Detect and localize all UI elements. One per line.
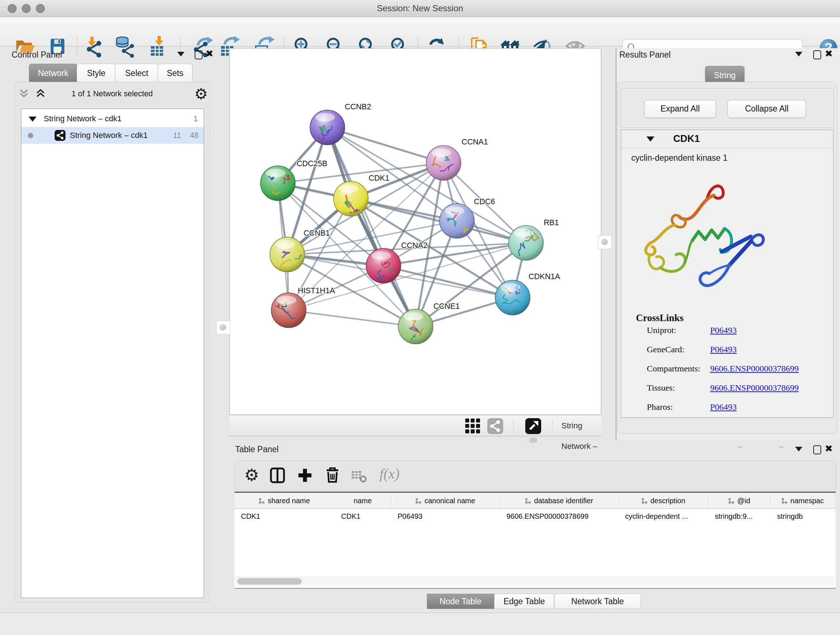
edge-HIST1H1A-CCNE1[interactable]: [289, 310, 416, 326]
control-panel-close-icon[interactable]: ✖: [205, 50, 213, 57]
gene-symbol: CDK1: [673, 133, 700, 144]
tab-network-table[interactable]: Network Table: [554, 594, 641, 609]
results-panel-float-icon[interactable]: [813, 50, 821, 59]
cell[interactable]: stringdb: [771, 509, 835, 524]
node-label-HIST1H1A: HIST1H1A: [298, 287, 335, 295]
delete-table-icon[interactable]: [351, 470, 367, 483]
window-title: Session: New Session: [0, 0, 840, 17]
column-header-canonical-name[interactable]: canonical name: [391, 493, 500, 509]
column-attribute-icon: [259, 498, 265, 504]
node-table: shared namenamecanonical namedatabase id…: [234, 492, 836, 589]
tab-node-table[interactable]: Node Table: [427, 594, 494, 609]
crosslink-link[interactable]: 9606.ENSP00000378699: [710, 383, 799, 393]
node-CDC6[interactable]: [439, 203, 474, 238]
table-options-gear-icon[interactable]: ⚙: [244, 465, 259, 485]
node-CDK1[interactable]: [333, 181, 368, 216]
birds-eye-view-icon[interactable]: [525, 418, 541, 434]
table-panel-menu-icon[interactable]: [795, 447, 802, 451]
delete-column-trash-icon[interactable]: [325, 467, 340, 483]
node-label-CDK1: CDK1: [369, 174, 389, 182]
bottom-splitter-handle[interactable]: [529, 438, 537, 443]
results-panel-close-icon[interactable]: ✖: [825, 50, 833, 57]
control-panel-float-icon[interactable]: [195, 50, 202, 59]
node-CCNA2[interactable]: [366, 249, 406, 283]
right-splitter-handle[interactable]: [598, 235, 612, 249]
grid-view-icon[interactable]: [465, 418, 481, 434]
import-network-database-icon: [114, 36, 135, 57]
network-collection-row[interactable]: String Network – cdk1 1: [21, 111, 204, 127]
column-header-database-identifier[interactable]: database identifier: [500, 493, 619, 509]
gene-expander-icon[interactable]: [646, 136, 654, 141]
create-column-plus-icon[interactable]: [297, 467, 313, 483]
table-panel-float-icon[interactable]: [813, 445, 821, 454]
edge-CCNB2-CCNE1[interactable]: [327, 127, 416, 326]
node-CCNE1[interactable]: [398, 309, 433, 349]
expand-all-button[interactable]: Expand All: [644, 100, 716, 118]
column-header-description[interactable]: description: [619, 493, 708, 509]
cell[interactable]: 9606.ENSP00000378699: [500, 509, 619, 524]
tab-sets[interactable]: Sets: [158, 64, 193, 83]
protein-structure-image: [638, 177, 772, 306]
crosslink-row: Tissues:9606.ENSP00000378699: [647, 383, 821, 393]
network-canvas[interactable]: CCNB2CCNA1CDC25BCDK1CDC6RB1CCNB1CCNA2CDK…: [229, 48, 601, 415]
crosslinks-title: CrossLinks: [636, 312, 684, 324]
crosslink-link[interactable]: 9606.ENSP00000378699: [710, 364, 799, 374]
cell[interactable]: stringdb:9...: [708, 509, 771, 524]
node-RB1[interactable]: [508, 226, 543, 260]
left-splitter-handle[interactable]: [216, 321, 230, 334]
table-panel-close-icon[interactable]: ✖: [825, 445, 833, 452]
column-attribute-icon: [728, 498, 734, 504]
network-node-count: 11: [173, 127, 181, 144]
column-header--id[interactable]: @id: [708, 493, 771, 509]
tab-select[interactable]: Select: [115, 64, 158, 83]
cell[interactable]: cyclin-dependent ...: [619, 509, 708, 524]
tab-network[interactable]: Network: [29, 64, 77, 83]
edge-CCNB2-CCNA1[interactable]: [327, 127, 444, 163]
column-attribute-icon: [525, 498, 531, 504]
node-CCNB1[interactable]: [270, 237, 306, 278]
tab-edge-table[interactable]: Edge Table: [494, 594, 554, 609]
status-bar: Memory: [0, 613, 840, 635]
collection-expander-icon[interactable]: [28, 117, 36, 122]
node-label-CCNA1: CCNA1: [462, 138, 488, 146]
cell[interactable]: CDK1: [335, 509, 391, 524]
gene-description: cyclin-dependent kinase 1: [631, 153, 728, 163]
network-view-share-icon[interactable]: [487, 418, 503, 434]
import-network-file-button[interactable]: [83, 36, 104, 57]
tab-style[interactable]: Style: [77, 64, 116, 83]
cell[interactable]: P06493: [391, 509, 500, 524]
crosslink-label: Tissues:: [647, 383, 675, 393]
crosslink-link[interactable]: P06493: [710, 325, 737, 335]
node-label-CDC25B: CDC25B: [297, 159, 327, 168]
column-header-shared-name[interactable]: shared name: [234, 493, 335, 509]
title-bar: Session: New Session: [0, 0, 840, 17]
control-panel-menu-icon[interactable]: [177, 52, 185, 57]
network-row-selected[interactable]: String Network – cdk1 11 48: [21, 127, 204, 144]
import-table-file-button[interactable]: [147, 36, 169, 57]
column-header-name[interactable]: name: [335, 493, 391, 509]
table-panel-title: Table Panel: [235, 445, 279, 454]
scrollbar-thumb[interactable]: [237, 578, 302, 585]
node-HIST1H1A[interactable]: [271, 293, 306, 328]
crosslink-link[interactable]: P06493: [710, 402, 737, 412]
table-row[interactable]: CDK1CDK1P064939606.ENSP00000378699cyclin…: [234, 509, 836, 524]
network-options-gear-icon[interactable]: ⚙: [194, 85, 208, 103]
table-header-row[interactable]: shared namenamecanonical namedatabase id…: [234, 493, 836, 509]
network-graph[interactable]: CCNB2CCNA1CDC25BCDK1CDC6RB1CCNB1CCNA2CDK…: [230, 49, 601, 415]
import-network-database-button[interactable]: [114, 36, 135, 57]
crosslink-link[interactable]: P06493: [710, 345, 737, 355]
collapse-all-button[interactable]: Collapse All: [728, 100, 806, 118]
gene-header-row[interactable]: CDK1: [621, 130, 833, 149]
node-label-RB1: RB1: [544, 218, 559, 227]
node-CCNA1[interactable]: [426, 146, 461, 180]
show-columns-icon[interactable]: [270, 467, 286, 483]
table-horizontal-scrollbar[interactable]: [235, 577, 834, 586]
edges-layer: [278, 127, 526, 326]
column-header-namespac[interactable]: namespac: [771, 493, 835, 509]
node-CDKN1A[interactable]: [495, 280, 530, 315]
import-network-file-icon: [83, 36, 104, 57]
results-panel-menu-icon[interactable]: [795, 52, 802, 57]
node-CDC25B[interactable]: [261, 166, 295, 201]
node-label-CDC6: CDC6: [474, 197, 495, 206]
cell[interactable]: CDK1: [234, 509, 335, 524]
